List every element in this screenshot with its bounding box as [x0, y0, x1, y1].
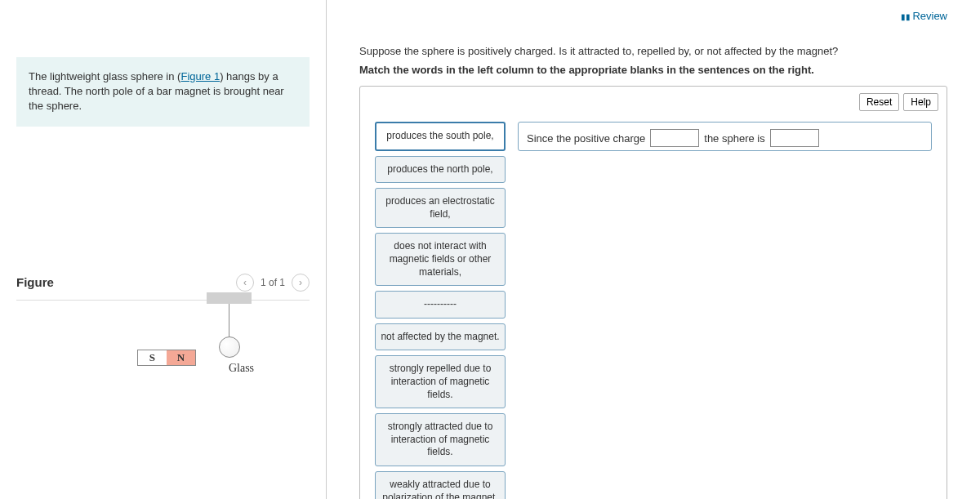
context-prefix: The lightweight glass sphere in ( — [29, 70, 180, 82]
sentence-text-1: Since the positive charge — [527, 132, 645, 145]
figure-link[interactable]: Figure 1 — [180, 70, 220, 82]
thread — [229, 304, 229, 336]
bar-magnet: S N — [137, 350, 196, 366]
word-tile[interactable]: weakly attracted due to polarization of … — [375, 471, 506, 499]
figure-nav: ‹ 1 of 1 › — [236, 274, 310, 292]
figure-title: Figure — [16, 275, 54, 289]
figure-image: S N Glass — [16, 341, 310, 375]
word-tile[interactable]: ---------- — [375, 291, 506, 319]
prompt-line-2: Match the words in the left column to th… — [359, 64, 947, 76]
help-button[interactable]: Help — [903, 93, 938, 111]
word-tile[interactable]: produces an electrostatic field, — [375, 188, 506, 228]
word-tile[interactable]: does not interact with magnetic fields o… — [375, 233, 506, 286]
reset-button[interactable]: Reset — [859, 93, 899, 111]
blank-2[interactable] — [770, 129, 819, 147]
figure-counter: 1 of 1 — [261, 277, 285, 288]
figure-section: Figure ‹ 1 of 1 › S N — [16, 274, 310, 375]
problem-context: The lightweight glass sphere in (Figure … — [16, 57, 310, 127]
word-tile[interactable]: produces the south pole, — [375, 122, 506, 151]
magnet-north-pole: N — [167, 350, 195, 365]
figure-next-button[interactable]: › — [292, 274, 310, 292]
matching-activity: Reset Help produces the south pole, prod… — [359, 86, 947, 499]
sentence-drop-area: Since the positive charge the sphere is — [518, 122, 932, 151]
hanging-sphere: Glass — [204, 292, 254, 375]
thread-mount — [207, 292, 252, 304]
blank-1[interactable] — [650, 129, 699, 147]
word-tile[interactable]: produces the north pole, — [375, 156, 506, 184]
prompt-line-1: Suppose the sphere is positively charged… — [359, 45, 947, 57]
figure-prev-button[interactable]: ‹ — [236, 274, 254, 292]
right-panel: Review Suppose the sphere is positively … — [327, 0, 980, 499]
left-panel: The lightweight glass sphere in (Figure … — [0, 0, 327, 499]
prompt-area: Suppose the sphere is positively charged… — [359, 45, 947, 76]
draggable-words-column: produces the south pole, produces the no… — [375, 122, 506, 499]
glass-label: Glass — [229, 362, 254, 375]
word-tile[interactable]: not affected by the magnet. — [375, 323, 506, 351]
word-tile[interactable]: strongly repelled due to interaction of … — [375, 355, 506, 408]
review-link[interactable]: Review — [901, 10, 947, 22]
sentence-text-2: the sphere is — [704, 132, 764, 145]
word-tile[interactable]: strongly attracted due to interaction of… — [375, 413, 506, 466]
magnet-south-pole: S — [138, 350, 167, 365]
glass-sphere — [219, 336, 240, 358]
